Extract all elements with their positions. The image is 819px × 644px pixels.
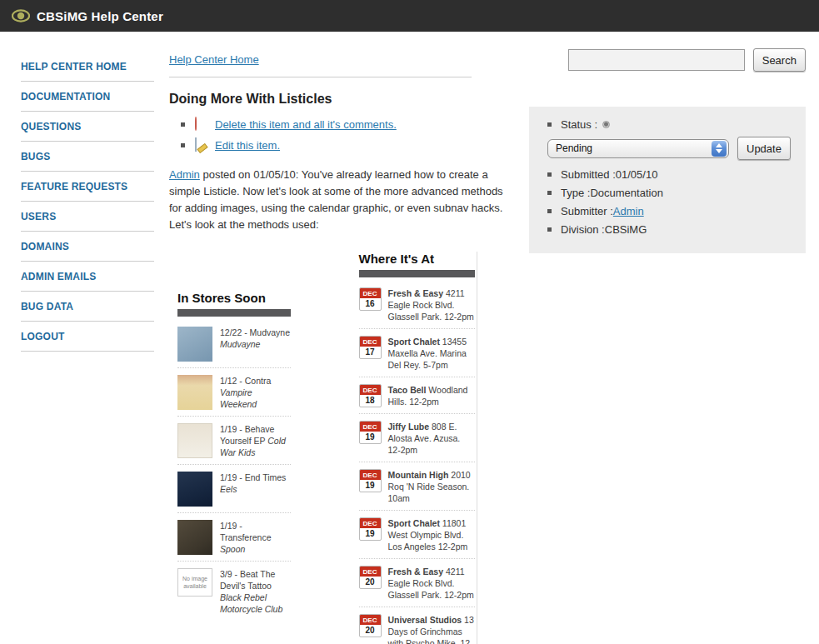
event-text: Jiffy Lube 808 E. Alosta Ave. Azusa. 12-…: [388, 421, 476, 456]
album-thumb: [177, 472, 212, 507]
sidebar-link[interactable]: FEATURE REQUESTS: [21, 181, 127, 192]
search-input[interactable]: [568, 49, 745, 71]
divider: [169, 77, 472, 77]
submitter-label: Submitter :: [561, 205, 613, 217]
sidebar-item-users[interactable]: USERS: [21, 202, 154, 232]
album-thumb: [177, 327, 212, 362]
delete-item-link[interactable]: Delete this item and all it's comments.: [215, 118, 397, 131]
event-item: DEC19 Sport Chalet 11801 West Olympic Bl…: [359, 511, 476, 559]
post-body: Admin posted on 01/05/10: You've already…: [169, 167, 511, 233]
division-value: CBSiMG: [605, 223, 647, 236]
main-content: Help Center Home Doing More With Listicl…: [169, 52, 529, 644]
delete-icon: [195, 117, 209, 132]
sidebar-item-help-center-home[interactable]: HELP CENTER HOME: [21, 52, 154, 82]
select-stepper-icon: [712, 141, 727, 157]
status-selected-value: Pending: [556, 142, 592, 154]
sidebar-item-domains[interactable]: DOMAINS: [21, 232, 154, 262]
status-select[interactable]: Pending: [547, 139, 729, 158]
sidebar-link[interactable]: ADMIN EMAILS: [21, 271, 96, 282]
store-item: 1/19 - End Times Eels: [177, 465, 291, 513]
sidebar-link[interactable]: LOGOUT: [21, 331, 65, 342]
sidebar-item-feature-requests[interactable]: FEATURE REQUESTS: [21, 172, 154, 202]
store-item: 1/12 - Contra Vampire Weekend: [177, 368, 291, 417]
sidebar-link[interactable]: BUGS: [21, 151, 50, 162]
store-item: 1/19 - Behave Yourself EP Cold War Kids: [177, 417, 291, 465]
search-button[interactable]: Search: [753, 48, 806, 72]
store-item-text: 1/19 - Transference Spoon: [220, 520, 291, 555]
sidebar-item-admin-emails[interactable]: ADMIN EMAILS: [21, 262, 154, 292]
event-item: DEC18 Taco Bell Woodland Hills. 12-2pm: [359, 377, 476, 414]
calendar-icon: DEC19: [359, 421, 382, 444]
page-layout: HELP CENTER HOME DOCUMENTATION QUESTIONS…: [0, 32, 819, 644]
type-value: Documentation: [590, 187, 662, 199]
event-item: DEC20 Fresh & Easy 4211 Eagle Rock Blvd.…: [359, 559, 476, 607]
cbs-eye-logo: [12, 7, 30, 25]
sidebar-link[interactable]: BUG DATA: [21, 301, 73, 312]
page-title: Doing More With Listicles: [169, 92, 529, 107]
author-link[interactable]: Admin: [169, 168, 200, 181]
sidebar-link[interactable]: DOMAINS: [21, 241, 69, 252]
event-text: Mountain High 2010 Roq 'N Ride Season. 1…: [388, 469, 476, 504]
status-indicator-icon: [602, 121, 610, 128]
breadcrumb-help-center-home[interactable]: Help Center Home: [169, 53, 259, 66]
event-text: Fresh & Easy 4211 Eagle Rock Blvd. Glass…: [388, 287, 476, 322]
no-image-placeholder: No image available: [177, 568, 212, 597]
edit-item-link[interactable]: Edit this item.: [215, 139, 280, 152]
event-item: DEC16 Fresh & Easy 4211 Eagle Rock Blvd.…: [359, 281, 476, 329]
event-text: Taco Bell Woodland Hills. 12-2pm: [388, 384, 476, 407]
bullet: [547, 172, 552, 177]
right-column: Search Status : Pending Update Submitted…: [529, 48, 806, 253]
submitted-label: Submitted :: [561, 168, 616, 181]
sidebar-item-logout[interactable]: LOGOUT: [21, 322, 154, 352]
sidebar-item-bugs[interactable]: BUGS: [21, 142, 154, 172]
status-select-row: Pending Update: [547, 137, 791, 160]
store-item-text: 1/19 - End Times Eels: [220, 472, 291, 507]
bullet: [181, 143, 185, 147]
album-thumb: [177, 375, 212, 410]
store-item-text: 1/19 - Behave Yourself EP Cold War Kids: [220, 423, 291, 458]
where-its-at-list: Where It's At DEC16 Fresh & Easy 4211 Ea…: [359, 252, 476, 644]
event-item: DEC19 Jiffy Lube 808 E. Alosta Ave. Azus…: [359, 414, 476, 462]
sidebar-link[interactable]: QUESTIONS: [21, 121, 81, 132]
store-item-text: 1/12 - Contra Vampire Weekend: [220, 375, 291, 410]
sidebar-link[interactable]: USERS: [21, 211, 56, 222]
type-row: Type : Documentation: [547, 187, 791, 199]
action-edit: Edit this item.: [181, 138, 529, 152]
store-item-text: 3/9 - Beat The Devil's Tattoo Black Rebe…: [220, 568, 291, 615]
division-label: Division :: [561, 223, 605, 236]
submitted-row: Submitted : 01/05/10: [547, 168, 791, 181]
album-thumb: [177, 423, 212, 458]
calendar-icon: DEC20: [359, 566, 382, 589]
division-row: Division : CBSiMG: [547, 223, 791, 236]
bullet: [547, 191, 552, 195]
heading-bar: [359, 270, 476, 277]
listicle-example-image: In Stores Soon 12/22 - Mudvayne Mudvayne…: [177, 252, 477, 644]
event-item: DEC20 Universal Studios 13 Days of Grinc…: [359, 607, 476, 644]
store-item-text: 12/22 - Mudvayne Mudvayne: [220, 327, 291, 362]
events-heading: Where It's At: [359, 252, 476, 266]
calendar-icon: DEC16: [359, 287, 382, 311]
update-button[interactable]: Update: [737, 137, 791, 160]
submitter-row: Submitter : Admin: [547, 205, 791, 217]
top-bar: CBSiMG Help Center: [0, 0, 819, 32]
sidebar-nav: HELP CENTER HOME DOCUMENTATION QUESTIONS…: [21, 52, 154, 352]
submitter-link[interactable]: Admin: [613, 205, 644, 217]
type-label: Type :: [561, 187, 590, 199]
event-text: Sport Chalet 11801 West Olympic Blvd. Lo…: [388, 517, 476, 552]
sidebar-item-bug-data[interactable]: BUG DATA: [21, 292, 154, 322]
post-text: posted on 01/05/10: You've already learn…: [169, 168, 503, 231]
sidebar-link[interactable]: HELP CENTER HOME: [21, 61, 127, 72]
event-item: DEC17 Sport Chalet 13455 Maxella Ave. Ma…: [359, 329, 476, 377]
bullet: [547, 122, 552, 127]
store-item: No image available 3/9 - Beat The Devil'…: [177, 562, 291, 621]
calendar-icon: DEC18: [359, 384, 382, 407]
edit-icon: [195, 138, 209, 152]
calendar-icon: DEC19: [359, 517, 382, 541]
calendar-icon: DEC20: [359, 614, 382, 637]
bullet: [547, 227, 552, 232]
in-stores-soon-list: In Stores Soon 12/22 - Mudvayne Mudvayne…: [177, 291, 291, 644]
sidebar-item-questions[interactable]: QUESTIONS: [21, 112, 154, 142]
event-text: Fresh & Easy 4211 Eagle Rock Blvd. Glass…: [388, 566, 476, 601]
sidebar-item-documentation[interactable]: DOCUMENTATION: [21, 82, 154, 112]
sidebar-link[interactable]: DOCUMENTATION: [21, 91, 110, 102]
